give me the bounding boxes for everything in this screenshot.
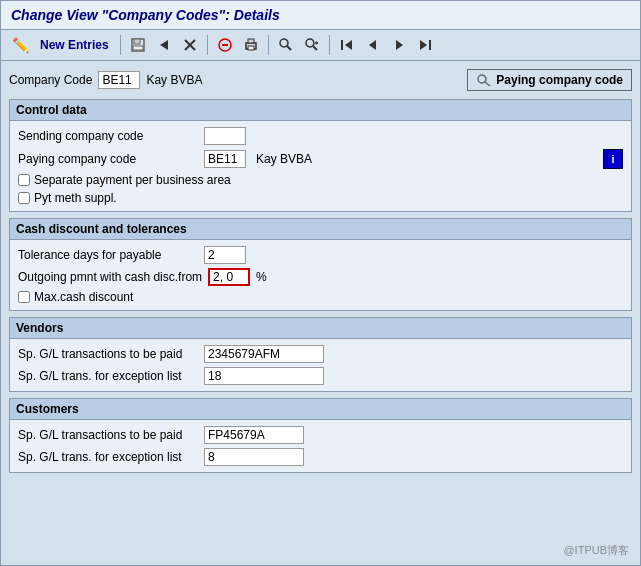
svg-marker-3 xyxy=(160,40,168,50)
svg-marker-18 xyxy=(345,40,352,50)
tolerance-days-label: Tolerance days for payable xyxy=(18,248,198,262)
title-bar: Change View "Company Codes": Details xyxy=(1,1,640,30)
vendors-sp-gl-label: Sp. G/L transactions to be paid xyxy=(18,347,198,361)
main-window: Change View "Company Codes": Details ✏️ … xyxy=(0,0,641,566)
sending-company-code-row: Sending company code xyxy=(18,127,623,145)
outgoing-pmnt-input[interactable] xyxy=(208,268,250,286)
max-cash-discount-label: Max.cash discount xyxy=(34,290,133,304)
svg-point-13 xyxy=(306,39,314,47)
info-icon[interactable]: i xyxy=(603,149,623,169)
find-next-icon[interactable] xyxy=(301,34,323,56)
svg-point-23 xyxy=(478,75,486,83)
svg-rect-9 xyxy=(248,39,254,43)
svg-rect-1 xyxy=(134,39,140,44)
paying-btn-label: Paying company code xyxy=(496,73,623,87)
outgoing-pmnt-row: Outgoing pmnt with cash disc.from % xyxy=(18,268,623,286)
last-page-icon[interactable] xyxy=(414,34,436,56)
watermark: @ITPUB博客 xyxy=(563,543,629,558)
svg-marker-22 xyxy=(420,40,427,50)
control-data-section: Control data Sending company code Paying… xyxy=(9,99,632,212)
svg-line-14 xyxy=(313,46,317,50)
toolbar-separator-2 xyxy=(207,35,208,55)
cash-discount-header: Cash discount and tolerances xyxy=(10,219,631,240)
vendors-sp-gl-row: Sp. G/L transactions to be paid xyxy=(18,345,623,363)
max-cash-discount-row: Max.cash discount xyxy=(18,290,623,304)
tolerance-days-row: Tolerance days for payable xyxy=(18,246,623,264)
customers-sp-gl-exception-label: Sp. G/L trans. for exception list xyxy=(18,450,198,464)
vendors-content: Sp. G/L transactions to be paid Sp. G/L … xyxy=(10,339,631,391)
customers-sp-gl-label: Sp. G/L transactions to be paid xyxy=(18,428,198,442)
vendors-sp-gl-exception-row: Sp. G/L trans. for exception list xyxy=(18,367,623,385)
find-icon[interactable] xyxy=(275,34,297,56)
toolbar-separator-3 xyxy=(268,35,269,55)
svg-rect-2 xyxy=(133,46,143,50)
paying-company-code-form-label: Paying company code xyxy=(18,152,198,166)
sending-company-code-label: Sending company code xyxy=(18,129,198,143)
key-icon xyxy=(476,72,492,88)
control-data-content: Sending company code Paying company code… xyxy=(10,121,631,211)
toolbar-separator-1 xyxy=(120,35,121,55)
customers-header: Customers xyxy=(10,399,631,420)
company-code-left: Company Code Kay BVBA xyxy=(9,71,202,89)
new-entries-label: New Entries xyxy=(40,38,109,52)
pyt-meth-label: Pyt meth suppl. xyxy=(34,191,117,205)
edit-icon[interactable]: ✏️ xyxy=(9,34,31,56)
company-code-row: Company Code Kay BVBA Paying company cod… xyxy=(9,67,632,93)
next-page-icon[interactable] xyxy=(388,34,410,56)
prev-page-icon[interactable] xyxy=(362,34,384,56)
control-data-header: Control data xyxy=(10,100,631,121)
vendors-sp-gl-exception-input[interactable] xyxy=(204,367,324,385)
vendors-sp-gl-exception-label: Sp. G/L trans. for exception list xyxy=(18,369,198,383)
svg-line-24 xyxy=(485,82,490,86)
company-code-name: Kay BVBA xyxy=(146,73,202,87)
cancel-icon[interactable] xyxy=(214,34,236,56)
content-area: Company Code Kay BVBA Paying company cod… xyxy=(1,61,640,565)
vendors-sp-gl-input[interactable] xyxy=(204,345,324,363)
paying-company-code-button[interactable]: Paying company code xyxy=(467,69,632,91)
customers-sp-gl-exception-row: Sp. G/L trans. for exception list xyxy=(18,448,623,466)
separate-payment-label: Separate payment per business area xyxy=(34,173,231,187)
new-entries-button[interactable]: New Entries xyxy=(35,35,114,55)
svg-rect-10 xyxy=(248,46,254,50)
customers-section: Customers Sp. G/L transactions to be pai… xyxy=(9,398,632,473)
page-title: Change View "Company Codes": Details xyxy=(11,7,280,23)
pyt-meth-checkbox[interactable] xyxy=(18,192,30,204)
toolbar-separator-4 xyxy=(329,35,330,55)
svg-marker-20 xyxy=(396,40,403,50)
vendors-header: Vendors xyxy=(10,318,631,339)
save-icon[interactable] xyxy=(127,34,149,56)
back-icon[interactable] xyxy=(153,34,175,56)
svg-point-11 xyxy=(280,39,288,47)
print-icon[interactable] xyxy=(240,34,262,56)
first-page-icon[interactable] xyxy=(336,34,358,56)
pyt-meth-row: Pyt meth suppl. xyxy=(18,191,623,205)
svg-marker-16 xyxy=(316,41,318,45)
svg-line-12 xyxy=(287,46,291,50)
company-code-input[interactable] xyxy=(98,71,140,89)
paying-company-name: Kay BVBA xyxy=(256,152,312,166)
company-code-label: Company Code xyxy=(9,73,92,87)
separate-payment-row: Separate payment per business area xyxy=(18,173,623,187)
svg-marker-19 xyxy=(369,40,376,50)
paying-company-code-row: Paying company code Kay BVBA i xyxy=(18,149,623,169)
tolerance-days-input[interactable] xyxy=(204,246,246,264)
toolbar: ✏️ New Entries xyxy=(1,30,640,61)
separate-payment-checkbox[interactable] xyxy=(18,174,30,186)
cash-discount-section: Cash discount and tolerances Tolerance d… xyxy=(9,218,632,311)
outgoing-pmnt-label: Outgoing pmnt with cash disc.from xyxy=(18,270,202,284)
paying-company-code-input[interactable] xyxy=(204,150,246,168)
percent-sign: % xyxy=(256,270,267,284)
cash-discount-content: Tolerance days for payable Outgoing pmnt… xyxy=(10,240,631,310)
customers-sp-gl-exception-input[interactable] xyxy=(204,448,304,466)
vendors-section: Vendors Sp. G/L transactions to be paid … xyxy=(9,317,632,392)
customers-content: Sp. G/L transactions to be paid Sp. G/L … xyxy=(10,420,631,472)
sending-company-code-input[interactable] xyxy=(204,127,246,145)
customers-sp-gl-input[interactable] xyxy=(204,426,304,444)
exit-icon[interactable] xyxy=(179,34,201,56)
customers-sp-gl-row: Sp. G/L transactions to be paid xyxy=(18,426,623,444)
max-cash-discount-checkbox[interactable] xyxy=(18,291,30,303)
